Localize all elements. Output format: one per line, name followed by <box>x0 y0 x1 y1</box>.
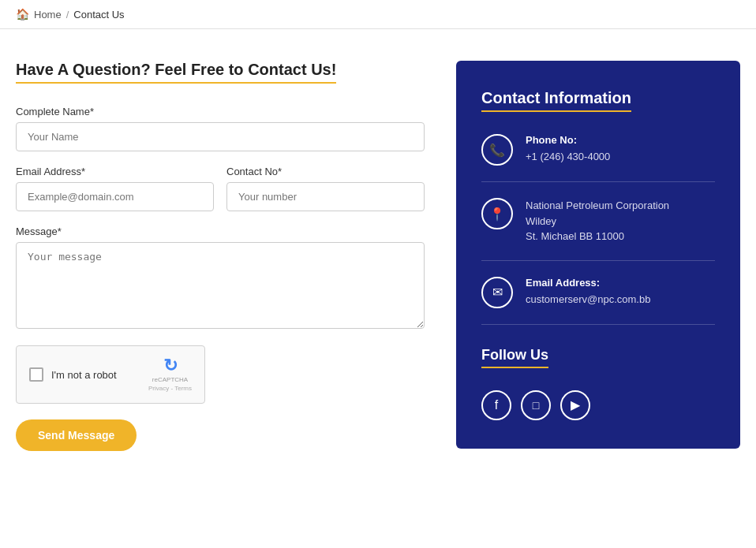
phone-value: +1 (246) 430-4000 <box>526 149 610 165</box>
instagram-symbol: □ <box>533 399 539 412</box>
contact-input[interactable] <box>226 182 425 211</box>
email-info-label: Email Address: <box>526 277 650 289</box>
phone-icon: 📞 <box>481 134 513 166</box>
phone-item: 📞 Phone No: +1 (246) 430-4000 <box>481 134 715 182</box>
recaptcha-widget[interactable]: I'm not a robot ↻ reCAPTCHA Privacy - Te… <box>16 345 205 404</box>
youtube-symbol: ▶ <box>571 397 580 412</box>
email-info-value: customerserv@npc.com.bb <box>526 292 650 308</box>
recaptcha-checkbox[interactable] <box>29 367 43 382</box>
message-label: Message* <box>16 226 425 237</box>
email-contact-row: Email Address* Contact No* <box>16 166 425 211</box>
email-group: Email Address* <box>16 166 214 211</box>
youtube-icon[interactable]: ▶ <box>560 390 590 420</box>
address-line2: St. Michael BB 11000 <box>526 229 669 244</box>
breadcrumb: 🏠 Home / Contact Us <box>0 0 756 29</box>
email-item: ✉ Email Address: customerserv@npc.com.bb <box>481 277 715 325</box>
message-group: Message* <box>16 226 425 331</box>
facebook-icon[interactable]: f <box>481 390 511 420</box>
recaptcha-terms: Terms <box>174 385 192 392</box>
send-button[interactable]: Send Message <box>16 419 137 451</box>
form-heading: Have A Question? Feel Free to Contact Us… <box>16 61 336 84</box>
recaptcha-icon: ↻ <box>163 357 178 375</box>
recaptcha-privacy: Privacy <box>148 385 169 392</box>
follow-heading: Follow Us <box>481 347 548 368</box>
main-content: Have A Question? Feel Free to Contact Us… <box>0 29 756 483</box>
contact-form-section: Have A Question? Feel Free to Contact Us… <box>16 61 425 451</box>
recaptcha-links: Privacy - Terms <box>148 385 192 392</box>
breadcrumb-current: Contact Us <box>73 9 124 21</box>
contact-info-section: Contact Information 📞 Phone No: +1 (246)… <box>456 61 740 449</box>
address-text: National Petroleum Corporation Wildey St… <box>526 198 669 244</box>
email-icon: ✉ <box>481 277 513 308</box>
email-label: Email Address* <box>16 166 214 177</box>
recaptcha-label: I'm not a robot <box>51 369 117 381</box>
email-text: Email Address: customerserv@npc.com.bb <box>526 277 650 308</box>
phone-label: Phone No: <box>526 134 610 146</box>
address-org: National Petroleum Corporation <box>526 198 669 214</box>
breadcrumb-separator: / <box>66 9 69 21</box>
address-item: 📍 National Petroleum Corporation Wildey … <box>481 198 715 261</box>
contact-group: Contact No* <box>226 166 425 211</box>
facebook-letter: f <box>495 398 498 412</box>
name-group: Complete Name* <box>16 106 425 151</box>
recaptcha-left: I'm not a robot <box>29 367 117 382</box>
email-input[interactable] <box>16 182 214 211</box>
info-heading: Contact Information <box>481 89 631 112</box>
home-icon: 🏠 <box>16 8 29 21</box>
location-icon: 📍 <box>481 198 513 229</box>
breadcrumb-home[interactable]: Home <box>34 9 62 21</box>
recaptcha-brand: reCAPTCHA <box>152 376 188 383</box>
name-label: Complete Name* <box>16 106 425 117</box>
contact-label: Contact No* <box>226 166 425 177</box>
social-icons: f □ ▶ <box>481 390 715 420</box>
contact-form: Complete Name* Email Address* Contact No… <box>16 106 425 451</box>
phone-text: Phone No: +1 (246) 430-4000 <box>526 134 610 165</box>
recaptcha-logo: ↻ reCAPTCHA Privacy - Terms <box>148 357 192 392</box>
name-input[interactable] <box>16 122 425 151</box>
message-textarea[interactable] <box>16 242 425 329</box>
address-line1: Wildey <box>526 214 669 229</box>
instagram-icon[interactable]: □ <box>521 390 551 420</box>
